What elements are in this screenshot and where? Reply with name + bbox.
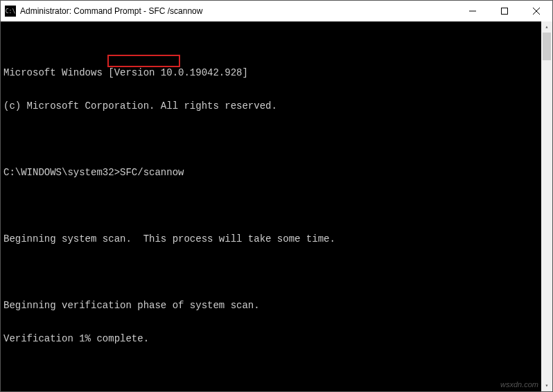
cmd-icon-text: C:\ [6, 8, 15, 15]
scroll-up-arrow-icon[interactable]: ▴ [541, 21, 552, 33]
cmd-icon: C:\ [5, 6, 16, 17]
window-controls [457, 1, 552, 21]
window-title: Administrator: Command Prompt - SFC /sca… [20, 6, 457, 16]
vertical-scrollbar[interactable]: ▴ ▾ [541, 21, 552, 391]
command-text: SFC/scannow [120, 167, 184, 178]
terminal-line: Beginning verification phase of system s… [3, 300, 550, 311]
minimize-button[interactable] [457, 1, 489, 21]
maximize-button[interactable] [489, 1, 520, 21]
scroll-track[interactable] [541, 33, 552, 380]
terminal-line [3, 267, 550, 278]
watermark-text: wsxdn.com [500, 379, 538, 390]
close-button[interactable] [520, 1, 552, 21]
command-prompt-window: C:\ Administrator: Command Prompt - SFC … [0, 0, 553, 392]
terminal-line: Microsoft Windows [Version 10.0.19042.92… [3, 67, 550, 78]
terminal-line [3, 134, 550, 145]
scroll-down-arrow-icon[interactable]: ▾ [541, 380, 552, 391]
terminal-line: Beginning system scan. This process will… [3, 233, 550, 244]
terminal-content: Microsoft Windows [Version 10.0.19042.92… [3, 45, 550, 366]
titlebar[interactable]: C:\ Administrator: Command Prompt - SFC … [1, 1, 552, 21]
terminal-line: Verification 1% complete. [3, 333, 550, 344]
terminal-line: (c) Microsoft Corporation. All rights re… [3, 100, 550, 112]
scroll-thumb[interactable] [543, 33, 551, 60]
prompt-text: C:\WINDOWS\system32> [3, 167, 120, 178]
terminal[interactable]: Microsoft Windows [Version 10.0.19042.92… [1, 21, 552, 391]
terminal-line [3, 200, 550, 211]
terminal-prompt-line: C:\WINDOWS\system32>SFC/scannow [3, 167, 550, 178]
svg-rect-1 [502, 8, 508, 15]
